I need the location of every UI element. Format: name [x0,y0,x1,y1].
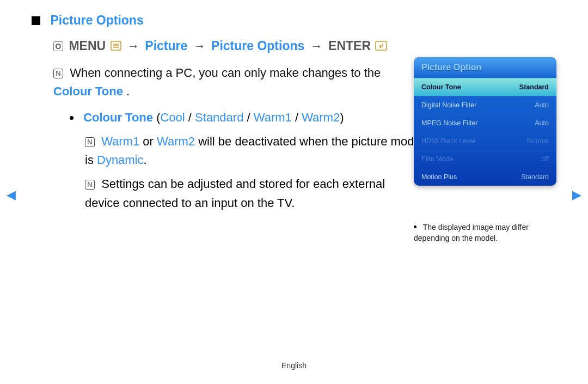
dot-icon [414,225,416,228]
enter-label: ENTER [328,39,371,53]
panel-row-label: Digital Noise Filter [421,101,476,109]
panel-row-label: Motion Plus [421,173,457,181]
note1-highlight: Colour Tone [53,84,123,98]
panel-row-label: Colour Tone [421,83,461,91]
note-icon: N [53,69,63,78]
sep: / [185,111,195,124]
note-icon: N [85,137,95,147]
sep: / [292,111,302,124]
crumb-picture: Picture [145,39,187,53]
sub2-text: Settings can be adjusted and stored for … [85,177,385,209]
panel-row-label: HDMI Black Level [421,137,475,145]
sub1-mid: or [139,135,157,148]
sub1-warm2: Warm2 [157,135,195,148]
picture-option-panel: Picture Option Colour ToneStandardDigita… [414,57,556,186]
paren-close: ) [340,111,344,124]
panel-row-label: MPEG Noise Filter [421,119,478,127]
crumb-picture-options: Picture Options [211,39,304,53]
paren-open: ( [153,111,160,124]
nav-left-arrow[interactable]: ◀ [7,188,16,202]
panel-row-value: Auto [535,119,549,127]
menu-icon [111,39,121,54]
panel-row[interactable]: HDMI Black LevelNormal [414,132,556,150]
svg-rect-4 [376,41,387,50]
bullet-label: Colour Tone [83,111,153,124]
panel-row-value: Auto [535,101,549,109]
note1-prefix: When connecting a PC, you can only make … [70,66,381,80]
opt-warm2: Warm2 [302,111,340,124]
breadcrumb: O MENU → Picture → Picture Options → ENT… [53,39,566,54]
square-bullet-icon [32,16,40,25]
page-heading: Picture Options [50,13,143,27]
note-1: N When connecting a PC, you can only mak… [53,64,402,101]
sub1-warm1: Warm1 [101,135,139,148]
panel-row[interactable]: Motion PlusStandard [414,168,556,186]
sub1-end: . [144,153,147,167]
note1-suffix: . [126,84,130,98]
panel-row-value: Normal [527,137,549,145]
dot-icon [70,116,74,120]
panel-row[interactable]: Digital Noise FilterAuto [414,96,556,114]
panel-note: The displayed image may differ depending… [414,222,566,243]
panel-note-text: The displayed image may differ depending… [414,223,529,242]
panel-rows: Colour ToneStandardDigital Noise FilterA… [414,78,556,186]
menu-label: MENU [69,39,106,53]
footer-language: English [0,361,588,370]
subnote-1: N Warm1 or Warm2 will be deactivated whe… [85,132,422,169]
tool-icon: O [53,41,63,51]
panel-row[interactable]: MPEG Noise FilterAuto [414,114,556,132]
opt-cool: Cool [161,111,185,124]
note-icon: N [85,180,95,190]
arrow-icon: → [193,39,206,53]
opt-warm1: Warm1 [254,111,292,124]
panel-row-value: off [541,155,549,163]
bullet-colour-tone: Colour Tone (Cool / Standard / Warm1 / W… [70,108,418,127]
panel-row-value: Standard [521,173,549,181]
heading-row: Picture Options [32,13,566,28]
sep: / [243,111,253,124]
enter-icon [375,39,387,54]
arrow-icon: → [127,39,139,53]
panel-row[interactable]: Film Modeoff [414,150,556,168]
arrow-icon: → [310,39,323,53]
opt-standard: Standard [195,111,243,124]
panel-row-value: Standard [519,83,549,91]
nav-right-arrow[interactable]: ▶ [572,188,581,202]
panel-title: Picture Option [414,57,556,78]
sub1-dynamic: Dynamic [97,153,144,167]
subnote-2: N Settings can be adjusted and stored fo… [85,175,422,212]
panel-row[interactable]: Colour ToneStandard [414,78,556,96]
panel-row-label: Film Mode [421,155,453,163]
